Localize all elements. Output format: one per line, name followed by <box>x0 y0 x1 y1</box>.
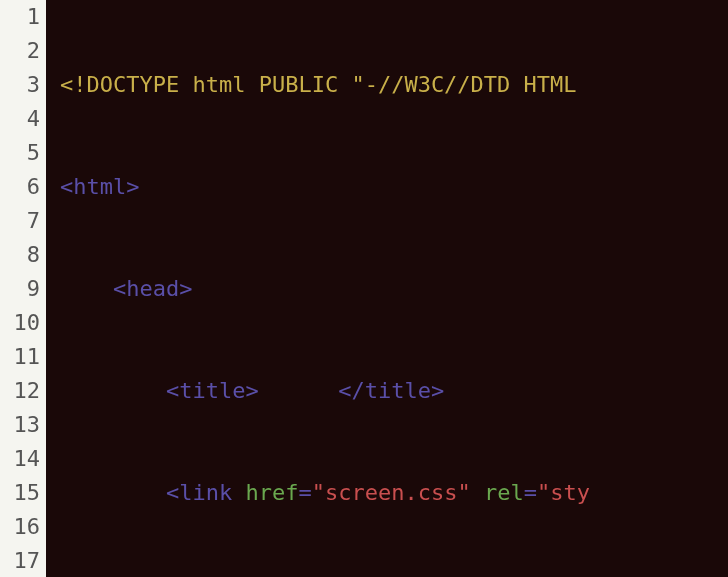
line-number: 12 <box>4 374 40 408</box>
code-line: <!DOCTYPE html PUBLIC "-//W3C//DTD HTML <box>60 68 728 102</box>
code-line: <html> <box>60 170 728 204</box>
line-number: 10 <box>4 306 40 340</box>
attr-href: href <box>245 480 298 505</box>
line-number: 6 <box>4 170 40 204</box>
line-number: 7 <box>4 204 40 238</box>
line-number-gutter: 1234567891011121314151617 <box>0 0 46 577</box>
code-line: <link href="screen.css" rel="sty <box>60 476 728 510</box>
string-value: "sty <box>537 480 590 505</box>
doctype-string: "-//W3C//DTD HTML <box>351 72 576 97</box>
tag-head: head <box>126 276 179 301</box>
line-number: 4 <box>4 102 40 136</box>
attr-rel: rel <box>484 480 524 505</box>
line-number: 11 <box>4 340 40 374</box>
tag-title: title <box>179 378 245 403</box>
line-number: 3 <box>4 68 40 102</box>
tag-html: html <box>73 174 126 199</box>
tag-link: link <box>179 480 232 505</box>
line-number: 17 <box>4 544 40 577</box>
line-number: 9 <box>4 272 40 306</box>
code-line: <head> <box>60 272 728 306</box>
doctype-name: DOCTYPE <box>87 72 180 97</box>
line-number: 14 <box>4 442 40 476</box>
line-number: 16 <box>4 510 40 544</box>
line-number: 1 <box>4 0 40 34</box>
line-number: 2 <box>4 34 40 68</box>
doctype-rest: html PUBLIC <box>179 72 351 97</box>
line-number: 5 <box>4 136 40 170</box>
code-line: <title> </title> <box>60 374 728 408</box>
string-value: "screen.css" <box>312 480 471 505</box>
line-number: 15 <box>4 476 40 510</box>
doctype-open: <! <box>60 72 87 97</box>
code-editor-area[interactable]: <!DOCTYPE html PUBLIC "-//W3C//DTD HTML … <box>46 0 728 577</box>
line-number: 13 <box>4 408 40 442</box>
line-number: 8 <box>4 238 40 272</box>
